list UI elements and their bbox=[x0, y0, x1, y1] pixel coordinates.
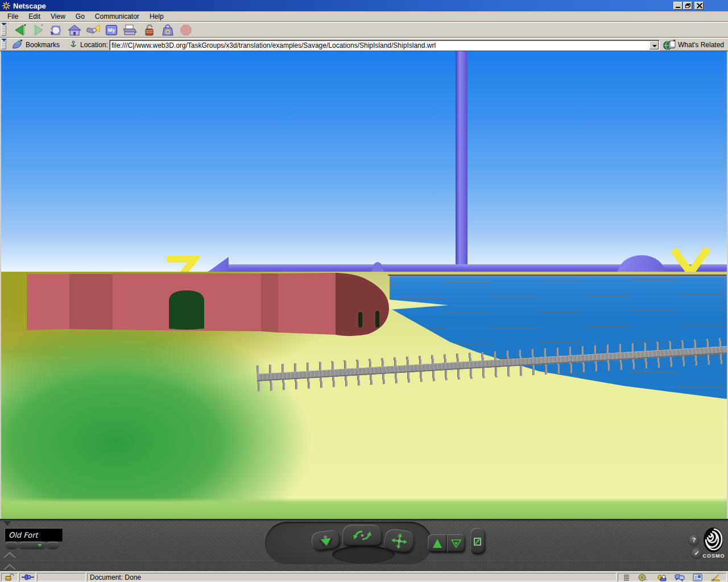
location-proxy[interactable]: Location: bbox=[69, 40, 108, 49]
triangle-down-icon bbox=[450, 538, 462, 549]
my-netscape-button[interactable]: My bbox=[103, 23, 120, 37]
component-bar bbox=[618, 573, 727, 581]
security-button[interactable] bbox=[141, 23, 158, 37]
home-icon bbox=[67, 24, 82, 36]
open-padlock-icon bbox=[5, 573, 14, 581]
security-lock-icon bbox=[143, 24, 156, 36]
study-rotate-button[interactable] bbox=[342, 525, 382, 546]
shop-button[interactable] bbox=[159, 23, 176, 37]
mailbox-icon[interactable] bbox=[656, 573, 667, 581]
scene-flagpole bbox=[456, 51, 468, 275]
location-toolbar: Bookmarks Location: file:///C|/www.web3D… bbox=[0, 38, 728, 51]
tilt-down-button[interactable] bbox=[447, 534, 465, 552]
scene-horizon-line bbox=[388, 275, 727, 276]
menu-file[interactable]: File bbox=[2, 12, 23, 21]
cosmo-brand-label: COSMO bbox=[700, 553, 727, 559]
cosmo-dashboard: Old Fort bbox=[0, 519, 728, 571]
netscape-window: Netscape File Edit View Go Communicator … bbox=[0, 0, 728, 582]
toolbar-grab-handle[interactable] bbox=[1, 24, 6, 36]
bookmarks-icon bbox=[11, 40, 23, 49]
pencil-icon bbox=[473, 536, 482, 546]
reload-button[interactable] bbox=[48, 23, 65, 37]
back-button[interactable] bbox=[11, 23, 28, 37]
menu-edit[interactable]: Edit bbox=[23, 12, 46, 21]
url-input[interactable]: file:///C|/www.web3D.org/TaskGroups/x3d/… bbox=[111, 41, 640, 49]
minimize-button[interactable] bbox=[673, 2, 682, 10]
viewpoint-list-button[interactable] bbox=[19, 542, 46, 548]
menu-view[interactable]: View bbox=[46, 12, 71, 21]
menu-go[interactable]: Go bbox=[71, 12, 90, 21]
vrml-viewport[interactable] bbox=[1, 51, 727, 519]
forward-button[interactable] bbox=[30, 23, 47, 37]
whats-related-icon bbox=[663, 40, 676, 51]
forward-icon bbox=[31, 24, 45, 36]
address-book-icon[interactable] bbox=[693, 573, 702, 581]
restore-button[interactable] bbox=[683, 2, 692, 10]
location-icon bbox=[69, 40, 77, 49]
stop-icon bbox=[180, 24, 192, 36]
pan-arrows-icon bbox=[390, 532, 408, 550]
dashboard-trackpad[interactable] bbox=[332, 546, 395, 564]
component-bar-handle-icon[interactable] bbox=[623, 574, 630, 581]
bookmarks-label: Bookmarks bbox=[26, 41, 60, 49]
back-icon bbox=[13, 24, 27, 36]
triangle-up-icon bbox=[431, 538, 444, 549]
dashboard-collapse-icon[interactable] bbox=[3, 521, 11, 526]
cosmo-logo bbox=[703, 527, 723, 553]
scene-fort bbox=[24, 270, 394, 341]
connection-status[interactable] bbox=[19, 573, 36, 581]
locbar-grab-handle[interactable] bbox=[1, 40, 6, 49]
previous-viewpoint-button[interactable] bbox=[6, 542, 18, 548]
print-button[interactable] bbox=[121, 23, 138, 37]
security-status-button[interactable] bbox=[1, 573, 18, 581]
fort-door bbox=[169, 290, 204, 330]
shop-icon bbox=[162, 24, 174, 36]
url-combobox: file:///C|/www.web3D.org/TaskGroups/x3d/… bbox=[109, 40, 660, 51]
status-bar: Document: Done bbox=[0, 571, 728, 582]
tilt-up-button[interactable] bbox=[428, 534, 447, 552]
scene-yellow-v bbox=[670, 248, 711, 275]
menu-communicator[interactable]: Communicator bbox=[90, 12, 144, 21]
location-label: Location: bbox=[80, 41, 108, 49]
discussions-icon[interactable] bbox=[675, 573, 685, 581]
home-button[interactable] bbox=[66, 23, 83, 37]
composer-icon[interactable] bbox=[711, 573, 721, 581]
status-text: Document: Done bbox=[87, 573, 617, 581]
window-title: Netscape bbox=[13, 2, 46, 10]
netscape-logo-icon bbox=[2, 1, 11, 10]
close-button[interactable] bbox=[694, 2, 704, 10]
menu-help[interactable]: Help bbox=[144, 12, 169, 21]
whats-related-label: What's Related bbox=[678, 41, 724, 49]
whats-related-button[interactable]: What's Related bbox=[663, 39, 724, 51]
search-icon bbox=[86, 24, 101, 36]
navigation-toolbar: My bbox=[0, 22, 728, 38]
stop-button[interactable] bbox=[177, 23, 195, 37]
search-button[interactable] bbox=[85, 23, 102, 37]
plug-icon bbox=[22, 574, 34, 580]
next-viewpoint-button[interactable] bbox=[47, 542, 59, 548]
rotate-arrows-icon bbox=[351, 528, 374, 543]
viewpoint-display: Old Fort bbox=[5, 528, 63, 542]
print-icon bbox=[122, 24, 137, 36]
preferences-button[interactable] bbox=[470, 528, 485, 554]
chevron-up-icon bbox=[3, 564, 16, 569]
progress-bar bbox=[37, 573, 86, 581]
title-bar: Netscape bbox=[0, 0, 728, 11]
navigator-icon[interactable] bbox=[638, 573, 648, 581]
url-dropdown-button[interactable] bbox=[650, 41, 659, 49]
bookmarks-button[interactable]: Bookmarks bbox=[11, 40, 60, 49]
my-netscape-icon: My bbox=[106, 25, 117, 35]
go-icon bbox=[318, 533, 334, 547]
menu-bar: File Edit View Go Communicator Help bbox=[0, 11, 728, 22]
viewpoint-name: Old Fort bbox=[9, 531, 38, 539]
help-button[interactable]: ? bbox=[689, 535, 699, 545]
chevron-up-icon bbox=[3, 552, 16, 558]
reload-icon bbox=[49, 24, 63, 36]
